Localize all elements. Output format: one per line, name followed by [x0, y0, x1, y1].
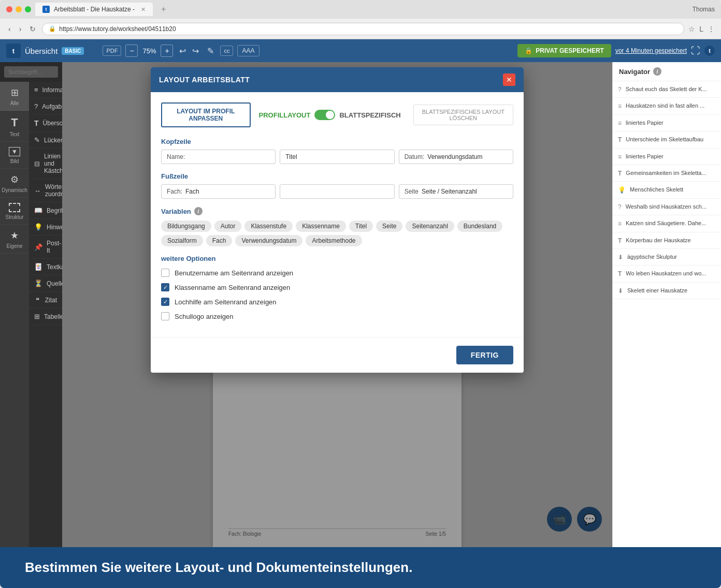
- schullogo-checkbox[interactable]: [161, 312, 169, 320]
- alle-icon: ⊞: [11, 87, 19, 98]
- zoom-controls: − 75% +: [125, 45, 173, 57]
- sub-item-woerter[interactable]: ↔Wörter zuordnen: [29, 179, 62, 202]
- var-seite[interactable]: Seite: [376, 220, 402, 232]
- browser-tab[interactable]: t Arbeitsblatt - Die Hauskatze - ✕: [35, 3, 153, 16]
- fullscreen-button[interactable]: ⛶: [691, 46, 700, 56]
- maximize-traffic-light[interactable]: [25, 6, 31, 12]
- sub-item-begriffsdefinition[interactable]: 📖Begriffsdefinition: [29, 202, 62, 219]
- save-time-link[interactable]: vor 4 Minuten gespeichert: [615, 47, 687, 54]
- fusszeile-field-empty[interactable]: [280, 184, 394, 199]
- var-verwendungsdatum[interactable]: Verwendungsdatum: [235, 235, 302, 246]
- var-klassenname[interactable]: Klassenname: [296, 220, 346, 232]
- address-input[interactable]: 🔒 https://www.tutory.de/worksheet/04511b…: [42, 23, 684, 35]
- nav-item-11[interactable]: TWo leben Hauskatzen und wo...: [613, 266, 721, 282]
- var-seitenanzahl[interactable]: Seitenanzahl: [406, 220, 454, 232]
- profillayout-toggle-area: PROFILLAYOUT BLATTSPEZIFISCH: [251, 110, 409, 120]
- fusszeile-field-fach[interactable]: Fach: Fach: [161, 184, 276, 199]
- new-tab-button[interactable]: +: [157, 5, 170, 14]
- nav-item-4[interactable]: ≡liniertes Papier: [613, 149, 721, 165]
- nav-item-12[interactable]: ⬇Skelett einer Hauskatze: [613, 283, 721, 299]
- left-sidebar: ⊞ Alle T Text ▼ Bild ⚙ Dynamisch: [0, 62, 62, 547]
- var-autor[interactable]: Autor: [214, 220, 242, 232]
- undo-button[interactable]: ↩: [177, 44, 188, 58]
- minimize-traffic-light[interactable]: [16, 6, 22, 12]
- sub-item-informationstext[interactable]: ≡Informationstext: [29, 82, 62, 98]
- var-fach[interactable]: Fach: [206, 235, 233, 246]
- nav-item-1[interactable]: ≡Hauskatzen sind in fast allen ...: [613, 98, 721, 114]
- nav-item-5[interactable]: TGemeinsamkeiten im Skeletta...: [613, 165, 721, 182]
- edit-button[interactable]: ✎: [205, 44, 216, 58]
- privat-gespeichert-button[interactable]: 🔒 PRIVAT GESPEICHERT: [517, 44, 611, 57]
- benutzername-label: Benutzername am Seitenrand anzeigen: [175, 269, 293, 277]
- benutzername-checkbox[interactable]: [161, 269, 169, 277]
- zoom-in-button[interactable]: +: [161, 45, 173, 57]
- nav-item-3[interactable]: TUnterschiede im Skelettaufbau: [613, 131, 721, 148]
- var-arbeitsmethode[interactable]: Arbeitsmethode: [306, 235, 362, 246]
- tab-close-button[interactable]: ✕: [141, 6, 146, 13]
- name-input[interactable]: [188, 153, 270, 160]
- delete-layout-button[interactable]: BLATTSPEZIFISCHES LAYOUT LÖSCHEN: [413, 105, 513, 125]
- nav-item-2[interactable]: ≡liniertes Papier: [613, 115, 721, 131]
- nav-item-0[interactable]: ?Schaut euch das Skelett der K...: [613, 81, 721, 98]
- sub-item-quelle[interactable]: ⏳Quelle: [29, 275, 62, 292]
- sub-item-ueberschrift[interactable]: TÜberschrift: [29, 115, 62, 132]
- nav-item-10[interactable]: ⬇ägyptische Skulptur: [613, 249, 721, 266]
- redo-button[interactable]: ↪: [190, 44, 201, 58]
- sidebar-item-eigene[interactable]: ★ Eigene: [0, 225, 29, 254]
- sub-item-hinweis[interactable]: 💡Hinweis: [29, 219, 62, 236]
- var-bundesland[interactable]: Bundesland: [457, 220, 502, 232]
- fusszeile-field-seite[interactable]: Seite Seite / Seitenanzahl: [399, 184, 513, 199]
- sidebar-item-dynamisch[interactable]: ⚙ Dynamisch: [0, 169, 29, 198]
- fertig-button[interactable]: FERTIG: [456, 346, 513, 364]
- kopfzeile-field-titel[interactable]: Titel: [280, 150, 394, 164]
- back-button[interactable]: ‹: [6, 24, 13, 34]
- close-traffic-light[interactable]: [6, 6, 12, 12]
- sub-item-linien[interactable]: ⊟Linien und Kästche: [29, 149, 62, 179]
- klassenname-checkbox[interactable]: [161, 283, 169, 291]
- var-bildungsgang[interactable]: Bildungsgang: [161, 220, 211, 232]
- sub-item-aufgabenstellung[interactable]: ?Aufgabenstellung: [29, 98, 62, 115]
- modal-close-button[interactable]: ✕: [503, 74, 515, 86]
- struktur-icon: [9, 203, 20, 212]
- variables-info-icon[interactable]: i: [194, 207, 203, 215]
- name-label: Name:: [167, 153, 185, 160]
- nav-item-6[interactable]: 💡Menschliches Skelett: [613, 182, 721, 198]
- nav-item-7[interactable]: ?Weshalb sind Hauskatzen sch...: [613, 199, 721, 215]
- sidebar-item-bild[interactable]: ▼ Bild: [0, 142, 29, 169]
- nav-item-9[interactable]: TKörperbau der Hauskatze: [613, 232, 721, 249]
- navigator-info-icon[interactable]: i: [653, 67, 661, 76]
- app-toolbar: t Übersicht BASIC PDF − 75% + ↩ ↪ ✎ cc A…: [0, 39, 721, 62]
- var-klassenstufe[interactable]: Klassenstufe: [244, 220, 293, 232]
- sidebar-item-text[interactable]: T Text: [0, 111, 29, 142]
- sub-item-tabelle[interactable]: ⊞Tabelle: [29, 308, 62, 325]
- toggle-switch[interactable]: [314, 110, 335, 120]
- bild-label: Bild: [10, 158, 19, 164]
- nav-item-8[interactable]: ≡Katzen sind Säugetiere. Dahe...: [613, 215, 721, 232]
- nav-item-text-7: Weshalb sind Hauskatzen sch...: [626, 203, 706, 211]
- kopfzeile-field-datum[interactable]: Datum: Verwendungsdatum: [399, 150, 513, 164]
- star-icon[interactable]: ☆: [688, 25, 695, 33]
- hinweis-icon: 💡: [34, 223, 42, 231]
- lochhilfe-checkbox[interactable]: [161, 298, 169, 306]
- nav-item-text-1: Hauskatzen sind in fast allen ...: [626, 102, 704, 110]
- search-input[interactable]: [4, 66, 58, 78]
- sub-item-luckentext[interactable]: ✎Lückentext: [29, 132, 62, 149]
- forward-button[interactable]: ›: [17, 24, 24, 34]
- sub-item-postit[interactable]: 📌Post-It: [29, 236, 62, 259]
- sub-item-textkarte[interactable]: 🃏Textkarte: [29, 259, 62, 275]
- sub-item-zitat[interactable]: ❝Zitat: [29, 292, 62, 308]
- kopfzeile-field-name[interactable]: Name:: [161, 150, 276, 164]
- font-button[interactable]: AAA: [237, 45, 259, 56]
- bild-icon: ▼: [9, 147, 20, 156]
- refresh-button[interactable]: ↻: [27, 24, 38, 34]
- sidebar-item-struktur[interactable]: Struktur: [0, 198, 29, 225]
- var-sozialform[interactable]: Sozialform: [161, 235, 203, 246]
- var-titel[interactable]: Titel: [349, 220, 373, 232]
- tab-layout-profil[interactable]: LAYOUT IM PROFIL ANPASSEN: [161, 102, 251, 127]
- zoom-out-button[interactable]: −: [125, 45, 138, 57]
- menu-icon[interactable]: ⋮: [708, 25, 715, 33]
- extensions-icon[interactable]: L: [699, 25, 703, 33]
- cc-button[interactable]: cc: [220, 46, 233, 56]
- pdf-button[interactable]: PDF: [103, 46, 121, 56]
- sidebar-item-alle[interactable]: ⊞ Alle: [0, 82, 29, 111]
